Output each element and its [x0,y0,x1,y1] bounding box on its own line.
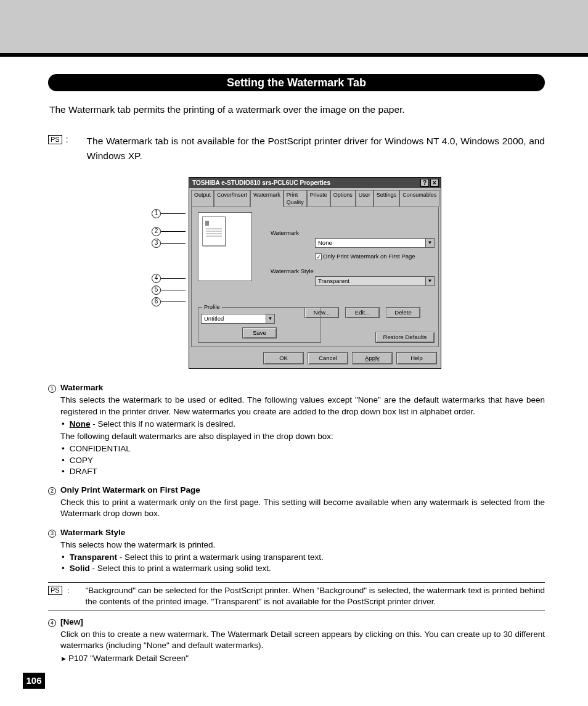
ok-button[interactable]: OK [263,352,304,364]
desc-4-text: Click on this to create a new watermark.… [60,629,545,651]
page-number: 106 [23,673,45,689]
desc-num-2: 2 [48,487,56,495]
chevron-down-icon: ▼ [425,277,434,285]
ps-note-mid-text: "Background" can be selected for the Pos… [74,585,545,607]
profile-group: Profile Untitled ▼ Save [198,307,321,343]
ps-note-mid: PS : "Background" can be selected for th… [48,582,545,610]
tab-settings[interactable]: Settings [374,190,400,207]
desc-num-1: 1 [48,385,56,393]
ps-badge: PS [48,135,62,144]
callout-6: 6 [152,297,161,306]
watermark-style-select[interactable]: Transparent ▼ [315,276,435,286]
help-icon[interactable]: ? [420,179,429,187]
desc-1-text2: The following default watermarks are als… [60,431,545,442]
header-banner [0,0,588,57]
printer-properties-dialog: TOSHIBA e-STUDIO810 srs-PCL6UC Propertie… [189,177,441,369]
profile-select[interactable]: Untitled ▼ [201,314,275,324]
help-button[interactable]: Help [396,352,437,364]
cancel-button[interactable]: Cancel [308,352,348,364]
desc-1-opt-copy: COPY [60,455,545,466]
close-icon[interactable]: × [430,179,439,187]
restore-defaults-button[interactable]: Restore Defaults [375,332,435,343]
tab-cover-insert[interactable]: Cover/Insert [214,190,250,207]
ps-note-top: PS : The Watermark tab is not available … [48,134,545,163]
callout-3: 3 [152,239,161,248]
callout-1: 1 [152,209,161,218]
section-title: Setting the Watermark Tab [48,74,545,91]
intro-text: The Watermark tab permits the printing o… [49,104,545,117]
desc-num-3: 3 [48,530,56,538]
ps-note-text: The Watermark tab is not available for t… [72,134,545,163]
desc-num-4: 4 [48,619,56,627]
watermark-select[interactable]: None ▼ [315,238,435,248]
ps-badge: PS [48,586,62,595]
callout-2: 2 [152,227,161,236]
desc-4-title: [New] [60,617,545,628]
tab-output[interactable]: Output [191,190,214,207]
desc-1-none: None [70,419,91,429]
watermark-label: Watermark [271,229,338,237]
page-preview [198,212,252,281]
tab-options[interactable]: Options [330,190,356,207]
tab-user[interactable]: User [356,190,374,207]
callout-4: 4 [152,274,161,283]
tab-strip: Output Cover/Insert Watermark Print Qual… [189,188,441,207]
desc-3-text: This selects how the watermark is printe… [60,540,545,551]
tab-print-quality[interactable]: Print Quality [284,190,307,207]
only-first-page-checkbox[interactable]: ✓ [315,253,322,260]
desc-1-opt-confidential: CONFIDENTIAL [60,443,545,454]
tab-private[interactable]: Private [307,190,330,207]
dialog-title: TOSHIBA e-STUDIO810 srs-PCL6UC Propertie… [192,179,330,187]
desc-2-text: Check this to print a watermark only on … [60,497,545,519]
desc-1-text: This selects the watermark to be used or… [60,395,545,417]
callout-5: 5 [152,285,161,295]
watermark-style-label: Watermark Style [271,268,338,276]
apply-button[interactable]: Apply [352,352,393,364]
only-first-page-label: Only Print Watermark on First Page [323,253,415,261]
desc-1-opt-draft: DRAFT [60,466,545,477]
desc-1-title: Watermark [60,382,545,393]
desc-3-solid: Solid [70,564,90,573]
save-button[interactable]: Save [242,327,277,339]
desc-3-transparent: Transparent [70,552,117,562]
chevron-down-icon: ▼ [425,239,434,247]
reference-arrow-icon [60,654,68,663]
desc-3-title: Watermark Style [60,527,545,538]
tab-watermark[interactable]: Watermark [250,190,284,207]
chevron-down-icon: ▼ [266,314,274,323]
tab-consumables[interactable]: Consumables [399,190,439,207]
screenshot-figure: 1 2 3 4 5 6 TOSHIBA e-STUDIO810 srs-PCL6… [48,177,545,369]
desc-4-ref: P107 "Watermark Detail Screen" [68,654,189,663]
desc-2-title: Only Print Watermark on First Page [60,485,545,496]
profile-legend: Profile [202,303,222,311]
